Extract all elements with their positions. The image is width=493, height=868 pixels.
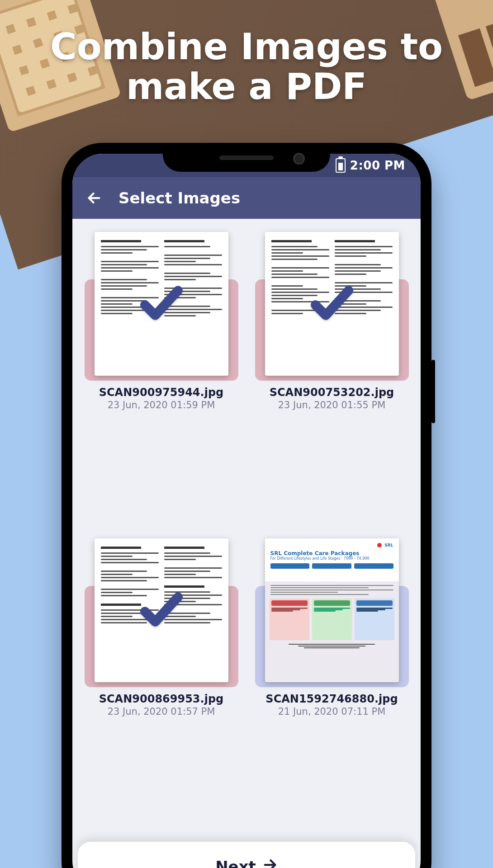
back-button[interactable] xyxy=(85,189,103,207)
status-time: 2:00 PM xyxy=(350,159,405,172)
image-date: 23 Jun, 2020 01:57 PM xyxy=(85,706,238,717)
image-grid[interactable]: SCAN900975944.jpg 23 Jun, 2020 01:59 PM xyxy=(72,219,421,868)
selected-check-icon xyxy=(137,278,186,330)
image-date: 23 Jun, 2020 01:55 PM xyxy=(255,400,409,410)
hero-line-2: make a PDF xyxy=(126,66,367,108)
image-date: 23 Jun, 2020 01:59 PM xyxy=(85,400,238,410)
app-bar: Select Images xyxy=(72,177,421,219)
image-filename: SCAN900975944.jpg xyxy=(85,386,238,399)
image-filename: SCAN900753202.jpg xyxy=(255,386,409,399)
image-tile[interactable]: SCAN900975944.jpg 23 Jun, 2020 01:59 PM xyxy=(85,227,238,522)
image-tile[interactable]: SCAN900869953.jpg 23 Jun, 2020 01:57 PM xyxy=(85,533,238,828)
brochure-title: SRL Complete Care Packages xyxy=(270,550,393,557)
phone-frame: 2:00 PM Select Images xyxy=(62,143,431,868)
image-date: 21 Jun, 2020 07:11 PM xyxy=(255,706,409,717)
selected-check-icon xyxy=(307,278,357,330)
next-button[interactable]: Next xyxy=(78,842,415,868)
next-label: Next xyxy=(215,858,256,868)
app-bar-title: Select Images xyxy=(119,189,240,207)
phone-screen: 2:00 PM Select Images xyxy=(72,154,421,868)
image-thumbnail[interactable]: SRL SRL Complete Care Packages For Diffe… xyxy=(265,538,399,682)
brochure-brand: SRL xyxy=(384,543,393,547)
phone-notch xyxy=(163,143,330,172)
image-tile[interactable]: SRL SRL Complete Care Packages For Diffe… xyxy=(255,533,409,828)
image-tile[interactable]: SCAN900753202.jpg 23 Jun, 2020 01:55 PM xyxy=(255,227,409,522)
selected-check-icon xyxy=(137,585,186,636)
hero-line-1: Combine Images to xyxy=(50,26,443,68)
hero-headline: Combine Images to make a PDF xyxy=(0,27,493,107)
image-filename: SCAN1592746880.jpg xyxy=(255,693,409,705)
battery-icon xyxy=(336,158,346,173)
brochure-subtitle: For Different Lifestyles and Life Stages… xyxy=(270,557,393,561)
image-filename: SCAN900869953.jpg xyxy=(85,693,238,705)
arrow-right-icon xyxy=(262,857,278,868)
